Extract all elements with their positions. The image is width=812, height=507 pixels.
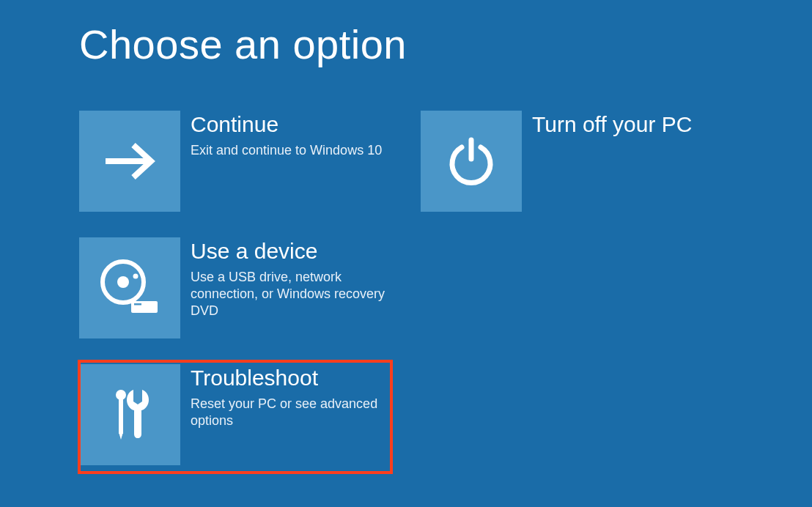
turnoff-option[interactable]: Turn off your PC <box>421 111 733 212</box>
troubleshoot-option[interactable]: Troubleshoot Reset your PC or see advanc… <box>79 361 391 473</box>
svg-point-7 <box>116 390 126 400</box>
turnoff-title: Turn off your PC <box>532 112 692 138</box>
svg-rect-8 <box>119 399 123 434</box>
troubleshoot-description: Reset your PC or see advanced options <box>191 396 391 430</box>
page-title: Choose an option <box>79 21 733 68</box>
continue-description: Exit and continue to Windows 10 <box>191 142 382 159</box>
tools-icon <box>108 385 152 444</box>
continue-text: Continue Exit and continue to Windows 10 <box>180 111 382 159</box>
usedevice-tile <box>79 237 180 338</box>
troubleshoot-title: Troubleshoot <box>191 366 391 391</box>
svg-point-4 <box>133 274 139 279</box>
turnoff-tile <box>421 111 522 212</box>
arrow-right-icon <box>101 139 158 183</box>
power-icon <box>446 136 497 187</box>
troubleshoot-text: Troubleshoot Reset your PC or see advanc… <box>180 364 391 429</box>
svg-point-3 <box>117 276 129 288</box>
svg-rect-5 <box>131 301 158 313</box>
turnoff-text: Turn off your PC <box>522 111 692 142</box>
continue-tile <box>79 111 180 212</box>
usedevice-title: Use a device <box>191 239 391 264</box>
options-grid: Continue Exit and continue to Windows 10… <box>79 111 733 465</box>
continue-title: Continue <box>191 112 382 138</box>
continue-option[interactable]: Continue Exit and continue to Windows 10 <box>79 111 391 212</box>
usedevice-description: Use a USB drive, network connection, or … <box>191 269 391 320</box>
usedevice-option[interactable]: Use a device Use a USB drive, network co… <box>79 237 391 338</box>
svg-rect-6 <box>134 303 141 306</box>
device-icon <box>99 259 160 317</box>
troubleshoot-tile <box>79 364 180 465</box>
svg-marker-9 <box>119 432 123 440</box>
usedevice-text: Use a device Use a USB drive, network co… <box>180 237 391 320</box>
